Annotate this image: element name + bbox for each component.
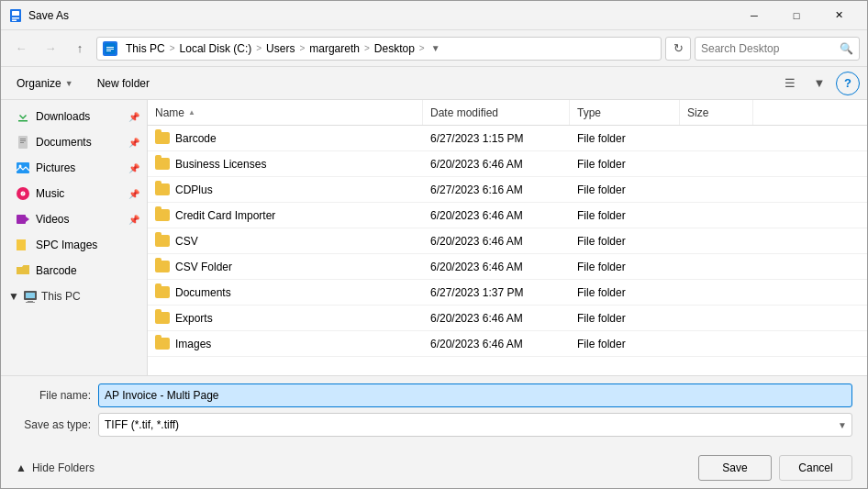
- minimize-button[interactable]: ─: [733, 2, 775, 29]
- main-content: Downloads 📌 Documents 📌: [1, 100, 867, 375]
- svg-rect-10: [20, 140, 26, 141]
- view-dropdown-button[interactable]: ▼: [807, 72, 832, 95]
- filename-row: File name:: [16, 383, 852, 407]
- sidebar-item-music[interactable]: ♪ Music 📌: [1, 181, 147, 206]
- pictures-pin-icon: 📌: [128, 163, 139, 173]
- column-size-header[interactable]: Size: [680, 100, 753, 125]
- documents-pin-icon: 📌: [128, 138, 139, 148]
- breadcrumb-dropdown-button[interactable]: ▼: [427, 37, 445, 61]
- sidebar-item-spcimages[interactable]: SPC Images: [1, 232, 147, 258]
- new-folder-button[interactable]: New folder: [89, 72, 158, 95]
- breadcrumb-thispc[interactable]: This PC: [123, 41, 168, 56]
- svg-rect-22: [26, 293, 35, 298]
- file-size-cell: [680, 254, 753, 279]
- saveastype-row: Save as type: TIFF (*.tif, *.tiff)PDF (*…: [16, 413, 852, 437]
- folder-icon: [155, 312, 170, 324]
- breadcrumb-users[interactable]: Users: [263, 41, 297, 56]
- thispc-collapse-icon: ▼: [8, 290, 19, 303]
- search-input[interactable]: [701, 42, 840, 55]
- table-row[interactable]: Barcode 6/27/2023 1:15 PM File folder: [148, 126, 867, 151]
- close-button[interactable]: ✕: [818, 2, 860, 29]
- folder-icon: [155, 209, 170, 221]
- refresh-button[interactable]: ↻: [665, 37, 691, 61]
- toolbar: Organize ▼ New folder ☰ ▼ ?: [1, 67, 867, 100]
- saveastype-select[interactable]: TIFF (*.tif, *.tiff)PDF (*.pdf)JPEG (*.j…: [98, 413, 852, 437]
- file-name-cell: Exports: [148, 306, 423, 330]
- folder-icon: [155, 286, 170, 298]
- file-name-cell: Barcode: [148, 126, 423, 150]
- sidebar-item-videos[interactable]: Videos 📌: [1, 206, 147, 232]
- save-label: Save: [722, 461, 747, 474]
- save-as-dialog: Save As ─ □ ✕ ← → ↑ This P: [0, 0, 868, 489]
- breadcrumb-margareth[interactable]: margareth: [306, 41, 362, 56]
- view-list-button[interactable]: ☰: [777, 72, 803, 95]
- sidebar-item-downloads[interactable]: Downloads 📌: [1, 104, 147, 129]
- hide-folders-arrow-icon: ▲: [16, 461, 27, 474]
- file-date-cell: 6/27/2023 1:37 PM: [423, 280, 570, 305]
- file-date-cell: 6/27/2023 6:16 AM: [423, 177, 570, 202]
- sidebar: Downloads 📌 Documents 📌: [1, 100, 148, 375]
- column-type-label: Type: [577, 106, 601, 119]
- hide-folders-button[interactable]: ▲ Hide Folders: [16, 461, 95, 474]
- back-button[interactable]: ←: [8, 36, 34, 61]
- column-type-header[interactable]: Type: [570, 100, 680, 125]
- forward-button[interactable]: →: [38, 36, 63, 61]
- sidebar-item-barcode[interactable]: Barcode: [1, 258, 147, 283]
- column-name-header[interactable]: Name ▲: [148, 100, 423, 125]
- table-row[interactable]: Business Licenses 6/20/2023 6:46 AM File…: [148, 151, 867, 177]
- new-folder-label: New folder: [97, 77, 150, 90]
- file-type-cell: File folder: [570, 254, 680, 279]
- column-date-header[interactable]: Date modified: [423, 100, 570, 125]
- sidebar-item-pictures[interactable]: Pictures 📌: [1, 155, 147, 181]
- thispc-icon: [23, 289, 38, 304]
- music-pin-icon: 📌: [128, 189, 139, 199]
- file-size-cell: [680, 280, 753, 305]
- table-row[interactable]: Exports 6/20/2023 6:46 AM File folder: [148, 306, 867, 331]
- svg-marker-18: [26, 217, 29, 222]
- videos-pin-icon: 📌: [128, 215, 139, 225]
- downloads-label: Downloads: [36, 110, 123, 123]
- pictures-label: Pictures: [36, 161, 123, 174]
- up-button[interactable]: ↑: [67, 36, 93, 61]
- file-date-cell: 6/27/2023 1:15 PM: [423, 126, 570, 150]
- file-date-cell: 6/20/2023 6:46 AM: [423, 331, 570, 356]
- file-size-cell: [680, 331, 753, 356]
- table-row[interactable]: CSV 6/20/2023 6:46 AM File folder: [148, 228, 867, 254]
- file-name-cell: Images: [148, 331, 423, 356]
- bottom-panel: File name: Save as type: TIFF (*.tif, *.…: [1, 375, 867, 450]
- breadcrumb-desktop[interactable]: Desktop: [372, 41, 417, 56]
- table-row[interactable]: CDPlus 6/27/2023 6:16 AM File folder: [148, 177, 867, 203]
- folder-icon: [155, 338, 170, 350]
- sidebar-item-documents[interactable]: Documents 📌: [1, 129, 147, 155]
- spcimages-label: SPC Images: [36, 239, 139, 251]
- sidebar-thispc-header[interactable]: ▼ This PC: [1, 283, 147, 309]
- file-size-cell: [680, 228, 753, 253]
- breadcrumb-localdisk[interactable]: Local Disk (C:): [177, 41, 255, 56]
- search-box: 🔍: [695, 37, 860, 61]
- footer: ▲ Hide Folders Save Cancel: [1, 450, 867, 488]
- file-date-cell: 6/20/2023 6:46 AM: [423, 254, 570, 279]
- action-buttons: Save Cancel: [698, 455, 852, 481]
- filename-input[interactable]: [98, 383, 852, 407]
- table-row[interactable]: Documents 6/27/2023 1:37 PM File folder: [148, 280, 867, 306]
- column-date-label: Date modified: [430, 106, 498, 119]
- barcode-folder-icon: [16, 263, 30, 278]
- file-type-cell: File folder: [570, 126, 680, 150]
- cancel-button[interactable]: Cancel: [779, 455, 852, 481]
- file-list-header: Name ▲ Date modified Type Size: [148, 100, 867, 126]
- column-size-label: Size: [687, 106, 708, 119]
- videos-icon: [16, 212, 30, 227]
- organize-button[interactable]: Organize ▼: [8, 72, 82, 95]
- file-list: Barcode 6/27/2023 1:15 PM File folder Bu…: [148, 126, 867, 375]
- sort-arrow-icon: ▲: [188, 108, 195, 117]
- maximize-button[interactable]: □: [775, 2, 818, 29]
- table-row[interactable]: Images 6/20/2023 6:46 AM File folder: [148, 331, 867, 357]
- svg-rect-17: [17, 215, 26, 224]
- table-row[interactable]: Credit Card Importer 6/20/2023 6:46 AM F…: [148, 203, 867, 228]
- help-button[interactable]: ?: [836, 72, 860, 95]
- save-button[interactable]: Save: [698, 455, 772, 481]
- svg-rect-2: [12, 17, 19, 19]
- table-row[interactable]: CSV Folder 6/20/2023 6:46 AM File folder: [148, 254, 867, 280]
- file-name-cell: Business Licenses: [148, 151, 423, 176]
- column-name-label: Name: [155, 106, 184, 119]
